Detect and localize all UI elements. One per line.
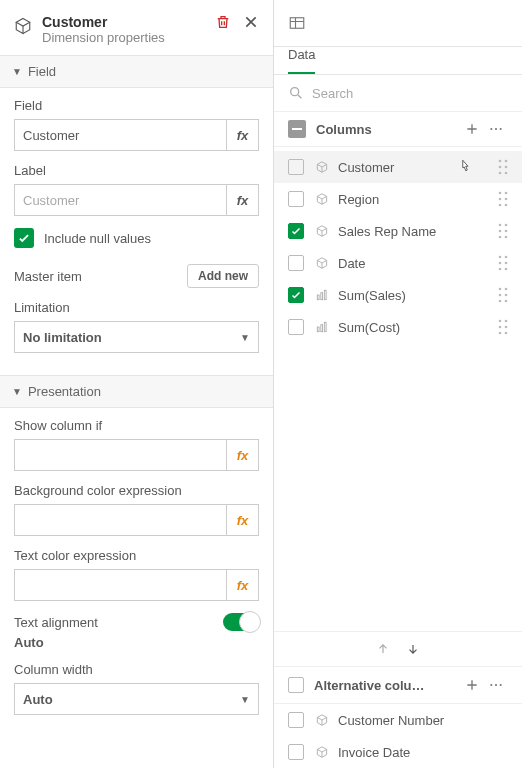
fx-button[interactable]: fx — [226, 185, 258, 215]
svg-point-35 — [505, 294, 508, 297]
svg-rect-31 — [324, 290, 326, 299]
fx-button[interactable]: fx — [226, 570, 258, 600]
delete-icon[interactable] — [215, 14, 231, 30]
more-icon[interactable] — [484, 677, 508, 693]
column-item[interactable]: Customer — [274, 151, 522, 183]
svg-point-9 — [499, 172, 502, 175]
panel-subtitle: Dimension properties — [42, 30, 215, 45]
svg-point-32 — [499, 288, 502, 291]
column-checkbox[interactable] — [288, 159, 304, 175]
svg-point-5 — [499, 160, 502, 163]
fx-button[interactable]: fx — [226, 440, 258, 470]
add-new-button[interactable]: Add new — [187, 264, 259, 288]
alt-columns-title: Alternative colu… — [314, 678, 460, 693]
column-label: Region — [338, 192, 498, 207]
label-label: Label — [14, 163, 259, 178]
section-header-field[interactable]: ▼ Field — [0, 55, 273, 88]
cube-icon — [14, 17, 32, 35]
close-icon[interactable] — [243, 14, 259, 30]
column-checkbox[interactable] — [288, 255, 304, 271]
drag-handle-icon[interactable] — [498, 159, 508, 175]
section-field-body: Field fx Label fx Include null values Ma… — [0, 88, 273, 375]
master-item-label: Master item — [14, 269, 82, 284]
column-checkbox[interactable] — [288, 287, 304, 303]
svg-point-7 — [499, 166, 502, 169]
alt-columns-checkbox[interactable] — [288, 677, 304, 693]
text-align-toggle[interactable] — [223, 613, 259, 631]
include-null-label: Include null values — [44, 231, 151, 246]
cursor-pointer-icon — [456, 157, 474, 177]
dimension-icon — [314, 713, 330, 727]
field-input[interactable] — [15, 120, 226, 150]
search-input[interactable] — [312, 86, 508, 101]
search-icon — [288, 85, 304, 101]
tab-data[interactable]: Data — [288, 47, 315, 74]
alt-column-item[interactable]: Invoice Date — [274, 736, 522, 768]
table-icon[interactable] — [288, 14, 508, 32]
column-item[interactable]: Sales Rep Name — [274, 215, 522, 247]
add-alt-column-button[interactable] — [460, 677, 484, 693]
alt-column-label: Invoice Date — [338, 745, 508, 760]
svg-point-26 — [505, 262, 508, 265]
field-label: Field — [14, 98, 259, 113]
bg-expr-label: Background color expression — [14, 483, 259, 498]
svg-point-6 — [505, 160, 508, 163]
section-header-presentation[interactable]: ▼ Presentation — [0, 375, 273, 408]
svg-point-44 — [505, 326, 508, 329]
svg-point-13 — [499, 198, 502, 201]
svg-point-25 — [499, 262, 502, 265]
move-down-button[interactable] — [406, 642, 420, 656]
svg-point-24 — [505, 256, 508, 259]
drag-handle-icon[interactable] — [498, 223, 508, 239]
show-column-if-label: Show column if — [14, 418, 259, 433]
column-item[interactable]: Sum(Cost) — [274, 311, 522, 343]
column-label: Customer — [338, 160, 498, 175]
column-item[interactable]: Region — [274, 183, 522, 215]
column-item[interactable]: Date — [274, 247, 522, 279]
drag-handle-icon[interactable] — [498, 287, 508, 303]
text-expr-input[interactable] — [15, 570, 226, 600]
measure-icon — [314, 288, 330, 302]
column-label: Sum(Sales) — [338, 288, 498, 303]
tabs: Data — [274, 47, 522, 75]
bg-expr-input[interactable] — [15, 505, 226, 535]
drag-handle-icon[interactable] — [498, 319, 508, 335]
label-input[interactable] — [15, 185, 226, 215]
svg-point-10 — [505, 172, 508, 175]
column-width-select[interactable]: Auto ▼ — [14, 683, 259, 715]
svg-rect-0 — [290, 18, 304, 29]
svg-point-16 — [505, 204, 508, 207]
alt-column-checkbox[interactable] — [288, 712, 304, 728]
column-label: Sum(Cost) — [338, 320, 498, 335]
show-column-if-input[interactable] — [15, 440, 226, 470]
section-title: Presentation — [28, 384, 101, 399]
limitation-select[interactable]: No limitation ▼ — [14, 321, 259, 353]
include-null-row: Include null values — [14, 228, 259, 248]
column-checkbox[interactable] — [288, 223, 304, 239]
drag-handle-icon[interactable] — [498, 255, 508, 271]
drag-handle-icon[interactable] — [498, 191, 508, 207]
column-checkbox[interactable] — [288, 319, 304, 335]
column-checkbox[interactable] — [288, 191, 304, 207]
move-up-button[interactable] — [376, 642, 390, 656]
svg-rect-40 — [324, 322, 326, 331]
column-item[interactable]: Sum(Sales) — [274, 279, 522, 311]
more-icon[interactable] — [484, 121, 508, 137]
svg-point-28 — [505, 268, 508, 271]
svg-point-4 — [500, 128, 502, 130]
svg-rect-30 — [321, 293, 323, 300]
limitation-value: No limitation — [23, 330, 102, 345]
field-input-row: fx — [14, 119, 259, 151]
include-null-checkbox[interactable] — [14, 228, 34, 248]
alt-column-checkbox[interactable] — [288, 744, 304, 760]
fx-button[interactable]: fx — [226, 120, 258, 150]
add-column-button[interactable] — [460, 121, 484, 137]
svg-rect-38 — [317, 327, 319, 332]
svg-point-21 — [499, 236, 502, 239]
fx-button[interactable]: fx — [226, 505, 258, 535]
svg-rect-29 — [317, 295, 319, 300]
collapse-button[interactable] — [288, 120, 306, 138]
panel-title: Customer — [42, 14, 215, 30]
caret-down-icon: ▼ — [240, 694, 250, 705]
alt-column-item[interactable]: Customer Number — [274, 704, 522, 736]
